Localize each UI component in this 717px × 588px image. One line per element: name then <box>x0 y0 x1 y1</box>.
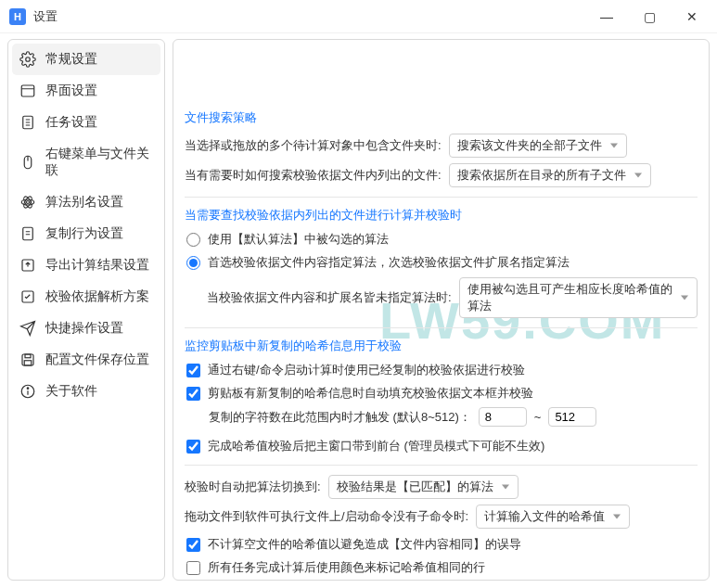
radio-prefer-file-algo-input[interactable] <box>186 256 200 270</box>
content-panel: LW59.COM 文件搜索策略 当选择或拖放的多个待计算对象中包含文件夹时: 搜… <box>173 39 710 581</box>
check-color-same-hash[interactable]: 所有任务完成计算后使用颜色来标记哈希值相同的行 <box>186 559 698 577</box>
close-button[interactable]: ✕ <box>671 3 713 31</box>
check-autofill-clipboard-input[interactable] <box>186 387 200 401</box>
check-skip-empty[interactable]: 不计算空文件的哈希值以避免造成【文件内容相同】的误导 <box>186 536 698 554</box>
sidebar-item-quick-ops[interactable]: 快捷操作设置 <box>12 313 160 344</box>
clipboard-icon <box>19 114 36 131</box>
input-range-max[interactable] <box>548 407 596 427</box>
sidebar-item-label: 校验依据解析方案 <box>45 288 149 305</box>
atom-icon <box>19 194 36 211</box>
radio-label: 首选校验依据文件内容指定算法，次选校验依据文件扩展名指定算法 <box>208 254 570 272</box>
radio-default-algo-input[interactable] <box>186 233 200 247</box>
check-use-copied-basis-input[interactable] <box>186 364 200 377</box>
sidebar-item-verify-parse[interactable]: 校验依据解析方案 <box>12 281 160 313</box>
radio-prefer-file-algo[interactable]: 首选校验依据文件内容指定算法，次选校验依据文件扩展名指定算法 <box>186 254 698 272</box>
section-title-verification: 当需要查找校验依据内列出的文件进行计算并校验时 <box>185 207 698 224</box>
maximize-button[interactable]: ▢ <box>628 3 671 31</box>
select-drag-exe[interactable]: 计算输入文件的哈希值 <box>476 505 630 529</box>
sidebar-item-label: 关于软件 <box>45 383 97 400</box>
svg-point-9 <box>27 201 30 204</box>
minimize-button[interactable]: — <box>585 3 628 31</box>
sidebar-item-algo-alias[interactable]: 算法别名设置 <box>12 186 160 218</box>
check-label: 所有任务完成计算后使用颜色来标记哈希值相同的行 <box>208 559 485 577</box>
section-title-search-strategy: 文件搜索策略 <box>185 109 698 126</box>
check-label: 剪贴板有新复制的哈希信息时自动填充校验依据文本框并校验 <box>208 385 533 403</box>
sidebar-item-label: 导出计算结果设置 <box>45 257 149 274</box>
sidebar-item-label: 右键菜单与文件关联 <box>45 146 153 179</box>
info-icon <box>19 383 36 400</box>
sidebar-item-label: 快捷操作设置 <box>45 320 123 337</box>
sidebar: 常规设置 界面设置 任务设置 右键菜单与文件关联 算法别名设置 复制行为设置 导… <box>7 39 165 581</box>
svg-rect-19 <box>25 354 31 358</box>
svg-point-23 <box>27 388 29 390</box>
check-autofill-clipboard[interactable]: 剪贴板有新复制的哈希信息时自动填充校验依据文本框并校验 <box>186 385 698 403</box>
svg-rect-20 <box>24 361 32 365</box>
sidebar-item-copy-behavior[interactable]: 复制行为设置 <box>12 218 160 249</box>
mouse-icon <box>19 154 36 171</box>
svg-rect-1 <box>21 85 34 96</box>
label-switch-algo: 校验时自动把算法切换到: <box>185 479 321 495</box>
svg-point-10 <box>21 199 34 205</box>
input-range-min[interactable] <box>479 407 527 427</box>
sidebar-item-interface[interactable]: 界面设置 <box>12 75 160 107</box>
radio-default-algo[interactable]: 使用【默认算法】中被勾选的算法 <box>186 231 698 249</box>
separator <box>185 327 698 328</box>
sidebar-item-context-menu[interactable]: 右键菜单与文件关联 <box>12 138 160 186</box>
sidebar-item-label: 常规设置 <box>45 51 97 68</box>
svg-point-0 <box>26 58 31 62</box>
label-char-range: 复制的字符数在此范围内时才触发 (默认8~512)： <box>209 409 471 426</box>
select-folder-search[interactable]: 搜索该文件夹的全部子文件 <box>449 134 627 158</box>
check-bring-to-front[interactable]: 完成哈希值校验后把主窗口带到前台 (管理员模式下可能不生效) <box>186 438 698 455</box>
titlebar: H 设置 — ▢ ✕ <box>0 0 717 33</box>
checklist-icon <box>19 288 36 305</box>
section-title-clipboard: 监控剪贴板中新复制的哈希信息用于校验 <box>185 338 698 354</box>
svg-rect-13 <box>23 227 33 240</box>
label-verify-file-search: 当有需要时如何搜索校验依据文件内列出的文件: <box>185 167 442 184</box>
app-icon: H <box>9 8 26 25</box>
check-use-copied-basis[interactable]: 通过右键/命令启动计算时使用已经复制的校验依据进行校验 <box>186 362 698 379</box>
select-fallback-algo[interactable]: 使用被勾选且可产生相应长度哈希值的算法 <box>459 277 698 318</box>
sidebar-item-label: 配置文件保存位置 <box>45 352 149 368</box>
sidebar-item-task[interactable]: 任务设置 <box>12 107 160 138</box>
check-bring-to-front-input[interactable] <box>186 440 200 454</box>
export-icon <box>19 257 36 274</box>
check-label: 完成哈希值校验后把主窗口带到前台 (管理员模式下可能不生效) <box>208 438 544 455</box>
sidebar-item-about[interactable]: 关于软件 <box>12 376 160 407</box>
label-fallback-algo: 当校验依据文件内容和扩展名皆未指定算法时: <box>207 289 452 306</box>
sidebar-item-general[interactable]: 常规设置 <box>12 44 160 75</box>
save-icon <box>19 352 36 368</box>
sidebar-item-export[interactable]: 导出计算结果设置 <box>12 249 160 281</box>
select-verify-file-search[interactable]: 搜索依据所在目录的所有子文件 <box>449 163 651 187</box>
sidebar-item-config-location[interactable]: 配置文件保存位置 <box>12 344 160 376</box>
sidebar-item-label: 算法别名设置 <box>45 194 123 211</box>
separator <box>185 465 698 466</box>
separator <box>185 197 698 198</box>
gear-icon <box>19 51 36 68</box>
check-label: 不计算空文件的哈希值以避免造成【文件内容相同】的误导 <box>208 536 521 554</box>
sidebar-item-label: 复制行为设置 <box>45 225 123 242</box>
check-skip-empty-input[interactable] <box>186 538 200 552</box>
tilde: ~ <box>534 410 542 424</box>
window-icon <box>19 83 36 99</box>
window-title: 设置 <box>33 8 58 25</box>
check-label: 通过右键/命令启动计算时使用已经复制的校验依据进行校验 <box>208 362 525 379</box>
label-drag-exe: 拖动文件到软件可执行文件上/启动命令没有子命令时: <box>185 508 468 525</box>
sidebar-item-label: 界面设置 <box>45 83 97 99</box>
radio-group-algo-choice: 使用【默认算法】中被勾选的算法 首选校验依据文件内容指定算法，次选校验依据文件扩… <box>185 231 698 272</box>
sidebar-item-label: 任务设置 <box>45 114 97 131</box>
copy-icon <box>19 225 36 242</box>
select-switch-algo[interactable]: 校验结果是【已匹配】的算法 <box>328 475 519 499</box>
send-icon <box>19 320 36 337</box>
radio-label: 使用【默认算法】中被勾选的算法 <box>208 231 389 249</box>
label-folder-search: 当选择或拖放的多个待计算对象中包含文件夹时: <box>185 137 442 154</box>
check-color-same-hash-input[interactable] <box>186 561 200 575</box>
